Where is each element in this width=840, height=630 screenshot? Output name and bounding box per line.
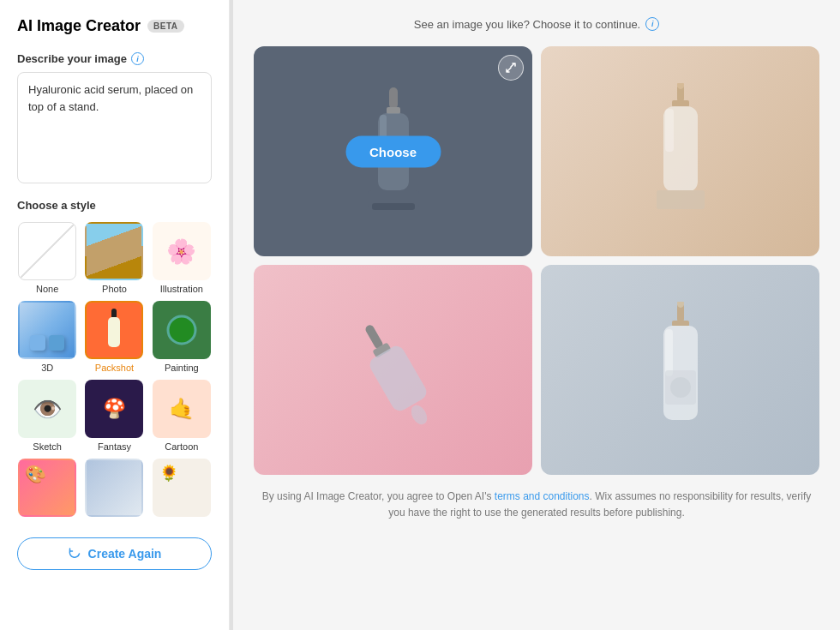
svg-rect-1	[108, 317, 120, 347]
app-title: AI Image Creator	[17, 17, 141, 35]
svg-rect-13	[657, 190, 705, 209]
card-inner-3	[254, 265, 532, 475]
serum-bottle-4	[646, 302, 715, 439]
card-inner-4	[541, 265, 819, 475]
create-again-button[interactable]: Create Again	[17, 537, 212, 570]
images-grid: Choose	[254, 46, 819, 475]
serum-bottle-2	[646, 83, 715, 220]
image-card-4[interactable]	[541, 265, 819, 475]
style-thumb-fantasy: 🍄	[85, 380, 143, 438]
style-item-sketch[interactable]: 👁️ Sketch	[17, 380, 77, 452]
style-item-row4b[interactable]	[84, 459, 144, 520]
style-thumb-painting	[153, 301, 211, 359]
svg-point-24	[670, 377, 691, 398]
svg-rect-22	[665, 329, 673, 376]
cartoon-thumb-inner: 🤙	[154, 381, 209, 436]
image-card-2[interactable]	[541, 46, 819, 256]
describe-info-icon[interactable]: i	[131, 52, 144, 65]
svg-point-17	[408, 402, 430, 427]
main-content: See an image you like? Choose it to cont…	[233, 0, 840, 630]
svg-rect-3	[387, 107, 400, 114]
choose-button-1[interactable]: Choose	[345, 135, 441, 167]
style-item-cartoon[interactable]: 🤙 Cartoon	[152, 380, 212, 452]
style-label-none: None	[36, 284, 58, 294]
dropper-bottle-3	[342, 302, 445, 439]
expand-button-1[interactable]	[498, 55, 524, 81]
style-item-row4c[interactable]: 🌻	[152, 459, 212, 520]
svg-rect-2	[389, 87, 398, 109]
style-thumb-sketch: 👁️	[18, 380, 76, 438]
style-label-photo: Photo	[102, 284, 127, 294]
footer-text: By using AI Image Creator, you agree to …	[254, 489, 819, 521]
style-thumb-photo	[85, 222, 143, 280]
fantasy-thumb-inner: 🍄	[87, 381, 141, 436]
image-card-3[interactable]	[254, 265, 532, 475]
style-item-packshot[interactable]: Packshot	[84, 301, 144, 373]
describe-label: Describe your image i	[17, 52, 212, 65]
sidebar: AI Image Creator BETA Describe your imag…	[0, 0, 230, 630]
style-label-illustration: Illustration	[160, 284, 203, 294]
refresh-icon	[68, 547, 81, 561]
app-header: AI Image Creator BETA	[17, 17, 212, 35]
image-card-1[interactable]: Choose	[254, 46, 532, 256]
style-item-row4a[interactable]: 🎨	[17, 459, 77, 520]
style-label-fantasy: Fantasy	[98, 441, 131, 452]
style-thumb-row4a: 🎨	[18, 459, 76, 517]
style-item-3d[interactable]: 3D	[17, 301, 77, 373]
top-notice: See an image you like? Choose it to cont…	[254, 17, 819, 31]
terms-link[interactable]: terms and conditions	[495, 490, 590, 502]
sketch-thumb-inner: 👁️	[20, 381, 75, 436]
style-label-cartoon: Cartoon	[165, 441, 198, 452]
style-thumb-illustration: 🌸	[153, 222, 211, 280]
style-label-packshot: Packshot	[95, 363, 134, 373]
card-inner-1: Choose	[254, 46, 532, 256]
style-thumb-cartoon: 🤙	[153, 380, 211, 438]
style-label-3d: 3D	[41, 363, 53, 373]
style-item-photo[interactable]: Photo	[84, 222, 144, 294]
describe-textarea[interactable]	[17, 72, 212, 183]
svg-rect-10	[672, 100, 689, 107]
notice-text: See an image you like? Choose it to cont…	[414, 18, 641, 31]
svg-rect-12	[665, 109, 674, 152]
style-label-painting: Painting	[165, 363, 199, 373]
describe-label-text: Describe your image	[17, 52, 127, 65]
expand-icon-1	[505, 62, 517, 74]
style-thumb-none	[18, 222, 76, 280]
create-again-label: Create Again	[88, 547, 162, 561]
style-label-sketch: Sketch	[33, 441, 62, 452]
footer-text-before: By using AI Image Creator, you agree to …	[262, 490, 495, 502]
style-item-fantasy[interactable]: 🍄 Fantasy	[84, 380, 144, 452]
card-inner-2	[541, 46, 819, 256]
style-item-painting[interactable]: Painting	[152, 301, 212, 373]
style-thumb-3d	[18, 301, 76, 359]
choose-style-label: Choose a style	[17, 199, 212, 212]
svg-rect-20	[672, 321, 689, 327]
notice-info-icon[interactable]: i	[645, 17, 659, 31]
svg-rect-7	[372, 203, 415, 210]
beta-badge: BETA	[147, 20, 183, 33]
style-thumb-packshot	[85, 301, 143, 359]
style-item-none[interactable]: None	[17, 222, 77, 294]
style-item-illustration[interactable]: 🌸 Illustration	[152, 222, 212, 294]
styles-grid: None Photo 🌸 Illustration 3D	[17, 222, 212, 520]
style-thumb-row4b	[85, 459, 143, 517]
style-thumb-row4c: 🌻	[153, 459, 211, 517]
